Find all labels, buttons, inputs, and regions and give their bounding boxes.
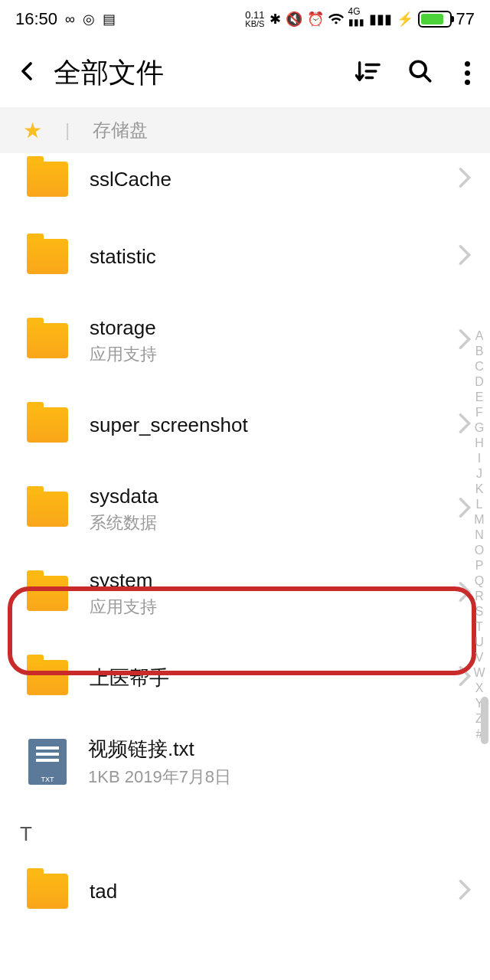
chevron-right-icon	[458, 167, 472, 191]
index-letter[interactable]: V	[475, 651, 484, 665]
index-letter[interactable]: K	[475, 482, 484, 496]
index-letter[interactable]: Q	[475, 574, 484, 588]
index-letter[interactable]: B	[475, 345, 484, 358]
index-letter[interactable]: D	[475, 375, 484, 389]
battery-pct: 77	[456, 9, 475, 29]
file-sub: 1KB 2019年7月8日	[88, 766, 472, 789]
breadcrumb-storage[interactable]: 存储盘	[93, 118, 148, 142]
index-letter[interactable]: G	[475, 421, 484, 435]
more-button[interactable]	[459, 61, 475, 85]
file-name: tad	[90, 880, 436, 903]
index-letter[interactable]: J	[476, 467, 482, 481]
index-letter[interactable]: F	[475, 406, 483, 420]
index-letter[interactable]: W	[473, 666, 485, 680]
mute-icon: 🔇	[286, 11, 302, 28]
file-item-tad[interactable]: tad	[0, 849, 490, 933]
file-sub: 系统数据	[90, 511, 436, 534]
file-list: sslCache statistic storage 应用支持 super_sc…	[0, 153, 490, 933]
file-item-shangyibangzhu[interactable]: 上医帮手	[0, 635, 490, 720]
page-title: 全部文件	[54, 54, 340, 92]
index-letter[interactable]: O	[475, 544, 484, 557]
folder-icon	[27, 323, 68, 358]
chevron-right-icon	[458, 665, 472, 690]
chevron-right-icon	[458, 413, 472, 437]
status-left: 16:50 ∞ ◎ ▤	[15, 9, 116, 29]
chevron-right-icon	[458, 879, 472, 903]
folder-icon	[27, 874, 68, 909]
file-sub: 应用支持	[90, 596, 436, 619]
file-name: 上医帮手	[90, 665, 436, 691]
index-letter[interactable]: P	[475, 559, 484, 573]
wifi-icon	[328, 10, 344, 29]
signal-4g-icon: 4G▮▮▮	[348, 6, 364, 28]
status-right: 0.11 KB/S ✱ 🔇 ⏰ 4G▮▮▮ ▮▮▮ ⚡ 77	[245, 8, 475, 30]
folder-icon	[27, 239, 68, 274]
charge-icon: ⚡	[397, 11, 413, 28]
star-icon[interactable]: ★	[23, 118, 42, 143]
sort-button[interactable]	[355, 58, 381, 87]
file-name: sslCache	[90, 168, 436, 191]
folder-icon	[27, 162, 68, 197]
search-button[interactable]	[407, 58, 433, 87]
index-letter[interactable]: C	[475, 360, 484, 374]
index-letter[interactable]: A	[475, 329, 484, 343]
file-name: storage	[90, 316, 436, 340]
index-letter[interactable]: I	[478, 452, 481, 466]
file-item-statistic[interactable]: statistic	[0, 214, 490, 299]
status-time: 16:50	[15, 9, 57, 29]
music-icon: ◎	[83, 11, 95, 28]
breadcrumb: ★ | 存储盘	[0, 107, 490, 153]
folder-icon	[27, 660, 68, 695]
back-button[interactable]	[15, 57, 38, 88]
chevron-right-icon	[458, 244, 472, 269]
file-item-storage[interactable]: storage 应用支持	[0, 299, 490, 383]
alarm-icon: ⏰	[307, 11, 324, 28]
index-letter[interactable]: L	[476, 498, 483, 511]
chevron-right-icon	[458, 497, 472, 521]
file-name: system	[90, 569, 436, 593]
section-label-t: T	[0, 804, 490, 849]
file-item-sslcache[interactable]: sslCache	[0, 153, 490, 214]
battery-icon	[418, 11, 452, 28]
chevron-right-icon	[458, 581, 472, 606]
index-letter[interactable]: S	[475, 605, 484, 619]
folder-icon	[27, 492, 68, 527]
file-item-video-link-txt[interactable]: 视频链接.txt 1KB 2019年7月8日	[0, 720, 490, 804]
index-letter[interactable]: U	[475, 635, 484, 649]
index-letter[interactable]: E	[475, 390, 484, 404]
signal-icon: ▮▮▮	[369, 11, 392, 28]
txt-file-icon	[28, 739, 67, 785]
app-header: 全部文件	[0, 38, 490, 107]
file-name: sysdata	[90, 485, 436, 508]
file-name: 视频链接.txt	[88, 736, 472, 763]
file-item-sysdata[interactable]: sysdata 系统数据	[0, 467, 490, 551]
infinity-icon: ∞	[65, 11, 75, 28]
alphabet-index[interactable]: ABCDEFGHIJKLMNOPQRSTUVWXYZ#	[472, 329, 487, 741]
picture-icon: ▤	[103, 11, 116, 28]
folder-icon	[27, 576, 68, 611]
index-letter[interactable]: X	[475, 681, 484, 695]
index-letter[interactable]: R	[475, 590, 484, 603]
file-item-super-screenshot[interactable]: super_screenshot	[0, 383, 490, 467]
file-sub: 应用支持	[90, 343, 436, 366]
bluetooth-icon: ✱	[270, 11, 281, 28]
index-letter[interactable]: H	[475, 436, 484, 450]
index-letter[interactable]: N	[475, 528, 484, 542]
scroll-thumb[interactable]	[481, 697, 488, 744]
breadcrumb-divider: |	[65, 119, 70, 141]
net-speed: 0.11 KB/S	[245, 10, 264, 28]
file-name: super_screenshot	[90, 413, 436, 437]
chevron-right-icon	[458, 328, 472, 353]
file-name: statistic	[90, 245, 436, 269]
index-letter[interactable]: M	[474, 513, 484, 527]
folder-icon	[27, 407, 68, 443]
status-bar: 16:50 ∞ ◎ ▤ 0.11 KB/S ✱ 🔇 ⏰ 4G▮▮▮ ▮▮▮ ⚡ …	[0, 0, 490, 38]
file-item-system[interactable]: system 应用支持	[0, 551, 490, 635]
index-letter[interactable]: T	[475, 620, 483, 634]
